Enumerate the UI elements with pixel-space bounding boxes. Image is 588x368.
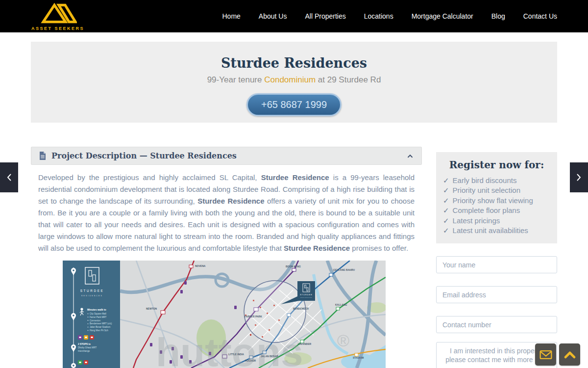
project-description: Developed by the prestigious and highly … — [31, 165, 422, 368]
svg-text:Hong Wen Pri Sch: Hong Wen Pri Sch — [90, 329, 108, 332]
benefit-item: ✓Priority unit selection — [443, 185, 550, 195]
desc-text-4: promises to offer. — [350, 244, 408, 252]
benefit-item: ✓Latest pricings — [443, 216, 550, 226]
email-input[interactable] — [436, 286, 557, 303]
chevron-left-icon — [7, 174, 11, 181]
property-tenure: 99-Year tenure Condominium at 29 Sturdee… — [31, 75, 557, 85]
svg-text:huttons: huttons — [156, 330, 303, 368]
svg-text:Jalan Besar Stadium: Jalan Besar Stadium — [90, 326, 111, 328]
hero-section: Sturdee Residences 99-Year tenure Condom… — [31, 42, 557, 123]
benefit-label: Early bird discounts — [453, 176, 517, 184]
tenure-suffix: at 29 Sturdee Rd — [316, 75, 381, 84]
desc-bold-3: Sturdee Residence — [284, 244, 350, 252]
tenure-type: Condominium — [264, 75, 316, 84]
scroll-to-top-button[interactable] — [559, 343, 580, 366]
svg-text:Interchange: Interchange — [78, 350, 90, 352]
svg-text:FARRER PARK: FARRER PARK — [245, 315, 262, 318]
name-input[interactable] — [436, 256, 557, 273]
benefit-label: Latest unit availabilities — [453, 226, 528, 235]
benefit-item: ✓Early bird discounts — [443, 176, 550, 185]
check-icon: ✓ — [443, 176, 449, 184]
nav-item-locations[interactable]: Locations — [364, 12, 393, 20]
svg-text:JALAN BESAR: JALAN BESAR — [261, 355, 278, 358]
chevron-right-icon — [577, 174, 581, 181]
check-icon: ✓ — [443, 186, 449, 194]
phone-call-button[interactable]: +65 8687 1999 — [246, 93, 342, 116]
benefit-item: ✓Priority show flat viewing — [443, 196, 550, 206]
svg-text:Bendemeer MRT (u/c): Bendemeer MRT (u/c) — [90, 322, 112, 325]
svg-text:®: ® — [337, 331, 349, 350]
brand-name: ASSET SEEKERS — [31, 26, 85, 31]
svg-text:BOON KENG: BOON KENG — [286, 265, 301, 268]
svg-text:Connexion: Connexion — [90, 319, 100, 322]
svg-text:STURDEE: STURDEE — [300, 294, 313, 296]
location-map-svg: huttons ® STURDEE RESIDENCES — [63, 261, 386, 368]
page: ASSET SEEKERS Home About Us All Properti… — [0, 0, 588, 368]
svg-text:BENDEMEER: BENDEMEER — [293, 307, 309, 310]
svg-text:RESIDENCES: RESIDENCES — [81, 295, 103, 297]
nav-item-home[interactable]: Home — [222, 12, 241, 20]
top-navbar: ASSET SEEKERS Home About Us All Properti… — [0, 0, 588, 32]
svg-text:RESIDENCES: RESIDENCES — [300, 297, 312, 298]
carousel-prev-button[interactable] — [0, 162, 18, 192]
svg-text:Farrer Park MRT: Farrer Park MRT — [90, 316, 107, 318]
location-map-image: huttons ® STURDEE RESIDENCES — [63, 261, 386, 368]
project-panel: Project Description — Sturdee Residences… — [31, 147, 422, 368]
nav-item-about-us[interactable]: About Us — [259, 12, 287, 20]
project-description-paragraph: Developed by the prestigious and highly … — [38, 172, 415, 254]
benefit-label: Priority unit selection — [453, 186, 520, 194]
project-panel-title: Project Description — Sturdee Residences — [51, 151, 407, 160]
asset-seekers-logo-icon — [39, 3, 77, 24]
contact-number-input[interactable] — [436, 316, 557, 333]
check-icon: ✓ — [443, 226, 449, 235]
chevron-up-icon — [564, 350, 576, 359]
map-info-sidebar: STURDEE RESIDENCES Minutes walk to City … — [63, 261, 120, 368]
project-panel-header[interactable]: Project Description — Sturdee Residences — [31, 147, 422, 165]
nav-item-contact-us[interactable]: Contact Us — [523, 12, 557, 20]
nav-item-blog[interactable]: Blog — [491, 12, 505, 20]
benefit-label: Latest pricings — [453, 216, 500, 225]
svg-text:LITTLE INDIA: LITTLE INDIA — [228, 353, 244, 356]
svg-text:City Square Mall: City Square Mall — [90, 313, 106, 315]
nav-item-all-properties[interactable]: All Properties — [305, 12, 345, 20]
check-icon: ✓ — [443, 216, 449, 225]
svg-text:2 STOPS to: 2 STOPS to — [78, 343, 91, 345]
svg-text:GEYLANG BAHRU: GEYLANG BAHRU — [333, 268, 355, 271]
svg-text:ROCHOR: ROCHOR — [245, 359, 256, 362]
svg-text:NEWTON: NEWTON — [146, 307, 157, 310]
register-benefits-list: ✓Early bird discounts ✓Priority unit sel… — [443, 176, 550, 236]
envelope-icon — [539, 349, 553, 360]
svg-text:LAVENDER: LAVENDER — [298, 342, 312, 345]
main-nav: Home About Us All Properties Locations M… — [222, 0, 558, 32]
carousel-next-button[interactable] — [570, 162, 588, 192]
register-box: Register now for: ✓Early bird discounts … — [436, 152, 557, 243]
desc-bold-1: Sturdee Residence — [261, 173, 329, 182]
svg-text:Minutes walk to: Minutes walk to — [87, 308, 106, 311]
nav-item-mortgage-calculator[interactable]: Mortgage Calculator — [412, 12, 473, 20]
svg-text:STURDEE: STURDEE — [80, 289, 104, 292]
benefit-label: Priority show flat viewing — [453, 196, 533, 205]
benefit-item: ✓Latest unit availabilities — [443, 226, 550, 236]
register-title: Register now for: — [443, 159, 550, 171]
email-contact-button[interactable] — [535, 343, 556, 366]
svg-text:STADIUM: STADIUM — [353, 356, 364, 359]
transit-line-badges — [78, 335, 94, 340]
register-sidebar: Register now for: ✓Early bird discounts … — [436, 152, 557, 368]
benefit-item: ✓Complete floor plans — [443, 206, 550, 215]
tenure-prefix: 99-Year tenure — [207, 75, 265, 84]
brand-logo[interactable]: ASSET SEEKERS — [31, 3, 85, 31]
svg-text:KALLANG: KALLANG — [335, 303, 347, 306]
svg-text:Dhoby Ghaut MRT: Dhoby Ghaut MRT — [78, 346, 97, 349]
check-icon: ✓ — [443, 206, 449, 214]
desc-bold-2: Sturdee Residence — [197, 197, 264, 205]
svg-text:NOVENA: NOVENA — [195, 264, 206, 267]
check-icon: ✓ — [443, 196, 449, 205]
chevron-up-icon[interactable] — [407, 154, 414, 158]
document-icon — [39, 152, 46, 160]
desc-text-1: Developed by the prestigious and highly … — [38, 173, 261, 182]
property-title: Sturdee Residences — [31, 55, 557, 71]
benefit-label: Complete floor plans — [453, 206, 520, 214]
